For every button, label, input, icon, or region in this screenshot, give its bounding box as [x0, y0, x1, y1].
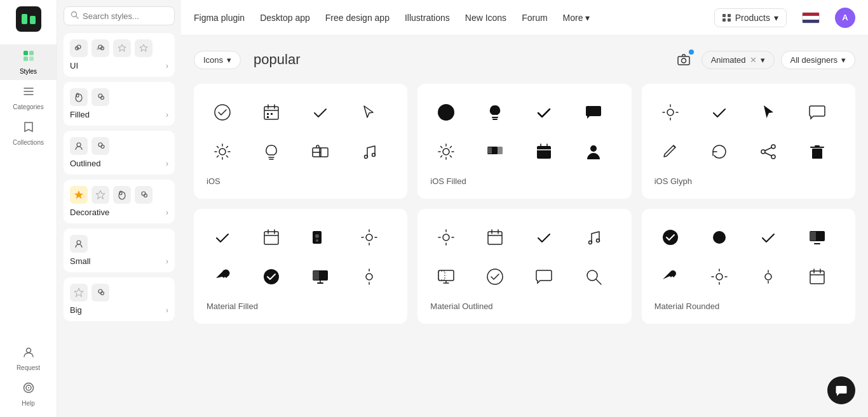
svg-line-72	[441, 147, 442, 148]
svg-point-103	[366, 234, 372, 241]
ios-filled-check	[528, 96, 560, 128]
sidebar-card-decorative[interactable]: Decorative ›	[64, 180, 175, 223]
icon-card-ios-glyph[interactable]: iOS Glyph	[642, 84, 855, 199]
mf-bulb	[353, 261, 385, 293]
icon-card-ios-filled[interactable]: iOS Filled	[417, 84, 631, 199]
chat-button[interactable]	[827, 376, 855, 404]
card-icons-big	[70, 284, 168, 301]
svg-line-93	[765, 153, 772, 156]
nav-figma-plugin[interactable]: Figma plugin	[194, 13, 245, 23]
logo[interactable]	[16, 6, 41, 32]
collections-icon	[22, 121, 35, 136]
icon-grid: iOS	[194, 84, 855, 324]
mr-sun	[703, 261, 735, 293]
nav-more[interactable]: More ▾	[563, 13, 590, 23]
ios-card-name: iOS	[207, 176, 395, 186]
svg-line-131	[596, 279, 601, 284]
svg-rect-110	[313, 271, 319, 280]
svg-point-108	[264, 269, 279, 284]
svg-rect-94	[812, 149, 822, 159]
ios-filled-sun	[430, 136, 462, 168]
sidebar-card-small[interactable]: Small ›	[64, 228, 175, 272]
nav-desktop-app[interactable]: Desktop app	[260, 13, 310, 23]
card-label-decorative: Decorative	[70, 208, 109, 217]
svg-point-35	[77, 241, 81, 244]
svg-point-41	[215, 105, 230, 120]
glyph-cursor	[752, 96, 784, 128]
ui-icon-1	[70, 39, 88, 57]
svg-rect-48	[267, 116, 269, 118]
products-button[interactable]: Products ▾	[714, 8, 787, 27]
ios-filled-card-name: iOS Filled	[430, 176, 618, 186]
nav-free-design[interactable]: Free design app	[325, 13, 390, 23]
content-area: Icons ▾ Animated ✕ ▾ All designers ▾	[181, 36, 868, 417]
svg-line-14	[76, 17, 79, 19]
svg-point-12	[28, 387, 29, 388]
svg-point-90	[761, 150, 765, 154]
material-rounded-card-name: Material Rounded	[654, 301, 843, 311]
card-label-filled: Filled	[70, 110, 90, 119]
glyph-trash	[801, 136, 833, 168]
mr-key	[654, 261, 686, 293]
avatar[interactable]: A	[835, 8, 855, 28]
icon-card-material-outlined[interactable]: Material Outlined	[417, 209, 631, 324]
sidebar-card-ui[interactable]: UI ›	[64, 33, 175, 77]
ios-glyph-card-name: iOS Glyph	[654, 176, 843, 186]
main-search-input[interactable]	[247, 51, 666, 68]
chevron-right-big: ›	[166, 306, 168, 315]
nav-item-request[interactable]: Request	[17, 341, 40, 376]
chevron-right-decorative: ›	[166, 208, 168, 217]
svg-point-102	[316, 239, 318, 242]
nav-label-collections: Collections	[13, 139, 44, 146]
svg-point-26	[77, 143, 81, 147]
glyph-share	[752, 136, 784, 168]
svg-marker-29	[74, 190, 83, 199]
sidebar-card-big[interactable]: Big ›	[64, 277, 175, 321]
svg-point-132	[663, 230, 678, 245]
card-label-ui: UI	[70, 61, 78, 70]
styles-icon	[22, 50, 35, 65]
svg-point-49	[219, 149, 226, 155]
nav-new-icons[interactable]: New Icons	[465, 13, 506, 23]
nav-item-categories[interactable]: Categories	[0, 80, 57, 116]
svg-point-124	[588, 241, 592, 244]
svg-point-89	[771, 145, 775, 149]
all-designers-chip[interactable]: All designers ▾	[781, 51, 855, 69]
search-input[interactable]	[83, 11, 168, 21]
nav-forum[interactable]: Forum	[522, 13, 547, 23]
chevron-right-filled: ›	[166, 110, 168, 119]
camera-search-button[interactable]	[672, 48, 695, 71]
svg-rect-144	[810, 271, 824, 284]
icon-card-material-rounded[interactable]: Material Rounded	[642, 209, 855, 324]
svg-point-112	[366, 274, 372, 280]
nav-illustrations[interactable]: Illustrations	[405, 13, 450, 23]
nav-label-styles: Styles	[20, 68, 37, 75]
sidebar-card-outlined[interactable]: Outlined ›	[64, 131, 175, 175]
animated-filter-chip[interactable]: Animated ✕ ▾	[702, 51, 775, 69]
icon-card-ios[interactable]: iOS	[194, 84, 407, 199]
svg-point-129	[487, 269, 503, 284]
card-icons-outlined	[70, 137, 168, 155]
mo-monitor	[430, 261, 462, 293]
type-filter-chip[interactable]: Icons ▾	[194, 51, 241, 69]
sidebar-card-filled[interactable]: Filled ›	[64, 82, 175, 126]
svg-line-74	[441, 156, 442, 157]
svg-point-83	[590, 145, 597, 152]
icon-card-material-filled[interactable]: Material Filled	[194, 209, 407, 324]
svg-line-55	[226, 156, 227, 157]
flag-icon[interactable]	[802, 12, 820, 23]
ios-icon-music	[353, 136, 385, 168]
animated-chip-close[interactable]: ✕	[750, 55, 757, 65]
ios-filled-tv	[479, 136, 511, 168]
svg-rect-120	[488, 232, 502, 244]
ios-icon-grid	[207, 96, 395, 168]
svg-point-136	[716, 274, 722, 280]
nav-item-help[interactable]: Help	[17, 376, 40, 412]
nav-item-collections[interactable]: Collections	[0, 116, 57, 151]
mf-speaker	[304, 222, 336, 253]
nav-item-styles[interactable]: Styles	[0, 44, 57, 80]
svg-point-125	[596, 239, 599, 242]
material-rounded-icon-grid	[654, 222, 843, 293]
ios-icon-mailbox	[304, 136, 336, 168]
left-sidebar: Styles Categories Collections	[0, 0, 57, 417]
